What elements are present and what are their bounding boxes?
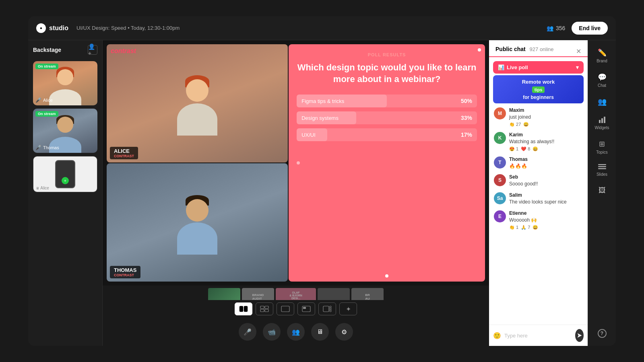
viewer-number: 356 [556, 25, 565, 31]
poll-label-1: Design systems [301, 115, 339, 121]
on-stream-badge-alice: On stream [35, 64, 58, 69]
poll-options: Figma tips & tricks 50% Design systems 3… [297, 95, 477, 141]
logo-text: studio [49, 25, 68, 32]
alice-face-large [186, 79, 208, 102]
participant-card-alice[interactable]: On stream 🎤 Alice [33, 61, 97, 105]
reaction-clap[interactable]: 👏 27 [509, 122, 521, 127]
video-grid: contrast ALICE [103, 40, 489, 286]
slide-label-4: BRAU [351, 288, 384, 300]
sidebar-item-widgets[interactable]: ⊞ Topics [590, 136, 614, 158]
sidebar-item-people[interactable]: 👥 [590, 93, 614, 110]
auto-layout-icon: ✦ [346, 305, 351, 313]
screen-icon: 🖥 [36, 186, 39, 190]
participant-card-thomas[interactable]: On stream 🎤 Thomas [33, 109, 97, 153]
slide-thumb-3[interactable] [318, 288, 350, 300]
reaction-love[interactable]: 😍 1 [509, 146, 518, 152]
slide-thumb-2[interactable]: OLAF& BJORNDESI...PITCH DECK [276, 288, 316, 300]
poll-dot-1 [478, 48, 481, 51]
chat-close-button[interactable]: ✕ [576, 47, 581, 55]
sidebar-item-polls[interactable]: Widgets [590, 112, 614, 134]
msg-name-etienne: Etienne [509, 210, 538, 216]
svg-rect-6 [281, 306, 289, 312]
sidebar-item-topics[interactable]: Slides [590, 160, 614, 181]
poll-option-2: UX/UI 17% [297, 128, 477, 141]
poll-dot-3 [385, 274, 388, 278]
slide-thumb-4[interactable]: BRAU [351, 288, 384, 300]
svg-rect-8 [303, 307, 306, 309]
banner-for-beginners: for beginners [523, 95, 554, 100]
reaction-smile[interactable]: 😄 [523, 122, 529, 127]
topics-icon [598, 164, 606, 171]
avatar: E [494, 210, 506, 222]
message-content-seb: Seb Soooo good!! [509, 174, 538, 187]
chat-tabs: Public chat 927 online [495, 46, 554, 56]
alice-head [57, 69, 73, 85]
sidebar-item-brand[interactable]: ✏️ Brand [590, 44, 614, 67]
svg-rect-5 [265, 309, 268, 312]
layout-pip-button[interactable] [297, 302, 315, 315]
live-poll-banner[interactable]: 📊 Live poll ▾ [493, 61, 584, 74]
layout-auto-button[interactable]: ✦ [339, 302, 357, 315]
layout-single-button[interactable] [277, 302, 294, 315]
layout-focus-button[interactable] [318, 302, 336, 315]
msg-name-salim: Salim [509, 192, 567, 198]
layout-split-button[interactable] [235, 302, 252, 315]
list-item: E Etienne Woooooh 🙌 👏 1 🙏 7 😄 [494, 210, 583, 230]
single-layout-icon [281, 306, 290, 312]
avatar: Sa [494, 192, 506, 204]
main-content: Backstage 👤+ On stream 🎤 Alice [28, 40, 616, 346]
alice-name-text: Alice [43, 98, 53, 103]
svg-rect-10 [330, 306, 331, 308]
alice-body-large [177, 103, 217, 136]
grid2-layout-icon [260, 306, 269, 312]
alice-video-figure [107, 44, 288, 162]
video-left-column: contrast ALICE [107, 44, 288, 282]
slide-thumb-0[interactable] [208, 288, 240, 300]
slides-icon: 🖼 [599, 186, 606, 195]
poll-dot-2 [297, 161, 300, 165]
msg-text-seb: Soooo good!! [509, 181, 538, 187]
video-button[interactable]: 📹 [263, 323, 281, 341]
end-live-button[interactable]: End live [572, 22, 608, 35]
list-item: M Maxim just joined 👏 27 😄 [494, 107, 583, 127]
participant-card-screen[interactable]: + 🖥 Alice [33, 156, 97, 192]
chat-input[interactable] [504, 333, 572, 339]
send-button[interactable] [575, 329, 584, 342]
thomas-figure-large [173, 190, 221, 255]
layout-grid2-button[interactable] [256, 302, 273, 315]
reaction-pray[interactable]: 🙏 7 [521, 225, 530, 230]
sidebar-left: Backstage 👤+ On stream 🎤 Alice [28, 40, 103, 346]
people-button[interactable]: 👥 [287, 323, 305, 341]
screen-share-button[interactable]: 🖥 [311, 323, 329, 341]
slide-label-3 [318, 288, 350, 300]
people-icon: 👥 [547, 25, 553, 31]
reaction-smile3[interactable]: 😄 [533, 225, 538, 230]
far-right-nav: ✏️ Brand 💬 Chat 👥 Widgets ⊞ Topics [588, 40, 616, 346]
settings-button[interactable]: ⚙ [335, 323, 353, 341]
poll-pct-1: 33% [461, 115, 472, 121]
sidebar-item-slides[interactable]: 🖼 [590, 182, 614, 200]
reaction-smile2[interactable]: 😄 [533, 146, 538, 152]
thomas-name-tag: THOMAS CONTRAST [110, 266, 140, 278]
pencil-icon: ✏️ [598, 48, 607, 57]
sidebar-item-chat[interactable]: 💬 Chat [590, 69, 614, 92]
tab-public-chat[interactable]: Public chat 927 online [495, 46, 554, 57]
event-title: UI/UX Design: Speed • Today, 12:30-1:00p… [76, 25, 180, 31]
thomas-head [57, 117, 73, 133]
msg-name-seb: Seb [509, 174, 538, 180]
msg-name-maxim: Maxim [509, 107, 531, 113]
mic-button[interactable]: 🎤 [239, 323, 256, 341]
add-user-button[interactable]: 👤+ [88, 45, 97, 55]
banner-remote: Remote work [522, 79, 555, 85]
app-header: ● studio UI/UX Design: Speed • Today, 12… [28, 16, 616, 40]
svg-rect-16 [598, 164, 606, 165]
emoji-icon[interactable]: 🙂 [493, 332, 501, 339]
message-content-thomas: Thomas 🔥🔥🔥 [509, 156, 528, 170]
message-content-salim: Salim The video looks super nice [509, 192, 567, 206]
reaction-heart[interactable]: ❤️ 8 [521, 146, 530, 152]
sidebar-item-help[interactable]: ? [590, 325, 614, 342]
control-bar: 🎤 📹 👥 🖥 ⚙ [103, 318, 489, 346]
reaction-clap2[interactable]: 👏 1 [509, 225, 518, 230]
msg-text-salim: The video looks super nice [509, 199, 567, 206]
slide-thumb-1[interactable]: BRANDAUDIT [242, 288, 274, 300]
